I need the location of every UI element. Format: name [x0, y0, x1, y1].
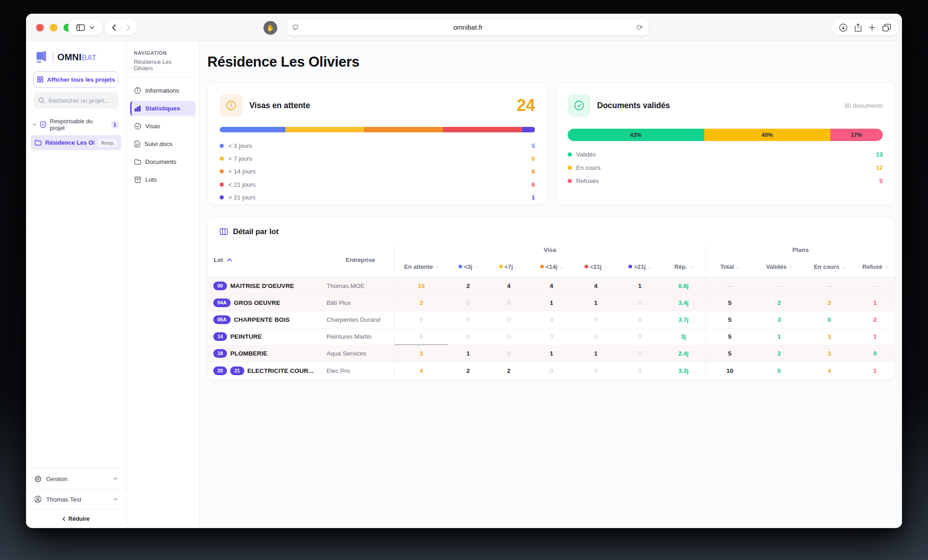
nav-item-label: Statistiques	[145, 105, 180, 112]
visa-7j-cell: 0	[488, 294, 529, 311]
plans-total-cell: 5	[705, 329, 754, 345]
plans-valides-cell: 1	[754, 329, 804, 345]
column-header-valides[interactable]: Validés↑↓	[754, 256, 804, 277]
tab-overview-icon[interactable]	[882, 24, 891, 31]
legend-dot	[585, 265, 588, 268]
project-group-header[interactable]: Responsable du projet 1	[26, 116, 126, 135]
legend-item: En cours12	[568, 161, 883, 174]
legend-label: > 21 jours	[228, 194, 256, 201]
sort-icon: ↑↓	[736, 264, 739, 269]
nav-item-documents[interactable]: Documents	[130, 154, 195, 169]
visa-14j-cell: 1	[529, 294, 574, 311]
sort-icon: ↑↓	[603, 264, 607, 269]
collapse-sidebar-button[interactable]: Réduire	[26, 509, 126, 528]
legend-value: 13	[876, 151, 883, 158]
history-nav-group	[105, 19, 137, 36]
legend-item: < 14 jours6	[220, 165, 535, 178]
browser-window: ✋ omnibat.fr ⟳	[26, 14, 902, 528]
browser-toolbar: ✋ omnibat.fr ⟳	[26, 14, 902, 41]
table-row[interactable]: 05ACHARPENTE BOIS Charpentes Durand 0 0 …	[208, 311, 895, 328]
column-header-rep[interactable]: Rép.↑↓	[662, 256, 705, 277]
visas-legend: < 3 jours5 < 7 jours6 < 14 jours6 < 21 j…	[220, 139, 535, 204]
plans-valides-cell: 3	[754, 311, 804, 328]
plans-en-cours-cell: 3	[804, 329, 854, 345]
plans-en-cours-cell: 0	[804, 311, 854, 328]
forward-button[interactable]	[126, 24, 131, 31]
project-search-input[interactable]: Rechercher un projet...	[33, 92, 119, 109]
back-button[interactable]	[112, 24, 116, 31]
clock-icon	[220, 94, 243, 117]
share-icon[interactable]	[854, 23, 862, 32]
legend-item: Refusés5	[568, 174, 883, 188]
column-header-14j[interactable]: <14j↑↓	[529, 256, 574, 277]
sidebar-item-user[interactable]: Thomas Test	[26, 489, 126, 509]
column-header-refuse[interactable]: Refusé↑↓	[854, 256, 895, 277]
column-header-3j[interactable]: <3j↑↓	[448, 256, 488, 277]
nav-item-informations[interactable]: Informations	[130, 83, 195, 98]
lot-name: CHARPENTE BOIS	[234, 316, 290, 323]
legend-label: < 7 jours	[228, 155, 252, 162]
legend-dot	[568, 152, 572, 157]
table-row[interactable]: 18PLOMBERIE Aqua Services 3 1 0 1 1 0 2.…	[208, 345, 895, 362]
docs-legend: Validés13 En cours12 Refusés5	[568, 148, 883, 188]
entreprise-cell: Peintures Martin	[327, 329, 394, 345]
entreprise-cell: Elec Pro	[327, 362, 394, 379]
table-row[interactable]: 2021ELECTRICITE COUR... Elec Pro 4 2 2 0…	[208, 362, 895, 379]
nav-item-label: Lots	[145, 176, 157, 183]
table-row[interactable]: 04AGROS OEUVRE Bâti Plus 2 0 0 1 1 0 3.4…	[208, 294, 895, 311]
new-tab-icon[interactable]	[869, 24, 875, 31]
en-attente-cell: 2	[394, 294, 448, 311]
docs-progress-bar: 43%40%17%	[568, 129, 883, 141]
visa-3j-cell: 0	[448, 311, 488, 328]
downloads-icon[interactable]	[839, 23, 848, 32]
sidebar-item-project-residence[interactable]: Résidence Les Oli... Resp.	[31, 135, 121, 150]
close-window-button[interactable]	[36, 24, 44, 31]
navigation-panel: NAVIGATION Résidence Les Oliviers Inform…	[126, 41, 200, 528]
sidebar-toggle-group	[68, 19, 103, 36]
privacy-badge-icon[interactable]: ✋	[264, 21, 277, 35]
documents-card: Documents validés 30 documents 43%40%17%…	[555, 83, 896, 205]
legend-item: Validés13	[568, 148, 883, 161]
address-bar[interactable]: omnibat.fr ⟳	[287, 19, 649, 36]
lot-name: GROS OEUVRE	[234, 299, 280, 306]
table-row[interactable]: 00MAITRISE D'OEUVRE Thomas.MOE 15 2 4 4 …	[208, 277, 895, 294]
visa-7j-cell: 4	[488, 277, 529, 294]
legend-value: 6	[532, 168, 535, 175]
legend-dot	[459, 265, 462, 268]
documents-count: 30 documents	[844, 102, 883, 109]
minimize-window-button[interactable]	[50, 24, 58, 31]
nav-item-suivi-docs[interactable]: Suivi docs	[130, 136, 195, 152]
show-all-projects-button[interactable]: Afficher tous les projets	[33, 71, 119, 88]
lot-badge: 20	[213, 366, 227, 375]
reader-view-icon[interactable]	[293, 25, 300, 31]
legend-value: 1	[532, 194, 535, 201]
visa-21j-cell: 1	[574, 294, 618, 311]
column-header-lot[interactable]: Lot	[208, 243, 327, 277]
legend-dot	[220, 157, 224, 161]
bar-segment	[364, 127, 443, 132]
column-header-en-cours[interactable]: En cours↑↓	[804, 256, 854, 277]
chevron-down-icon[interactable]	[90, 26, 95, 29]
url-text[interactable]: omnibat.fr	[300, 24, 637, 31]
nav-item-statistiques[interactable]: Statistiques	[130, 101, 195, 116]
visas-card-title: Visas en attente	[249, 101, 310, 110]
column-header-en-attente[interactable]: En attente↑↓	[394, 256, 448, 277]
column-header-21j[interactable]: <21j↑↓	[574, 256, 618, 277]
visa-21j-plus-cell: 0	[618, 345, 662, 362]
bar-segment	[443, 127, 522, 132]
column-header-entreprise[interactable]: Entreprise	[327, 243, 394, 277]
column-header-21j-plus[interactable]: >21j↑↓	[618, 256, 662, 277]
legend-dot	[220, 169, 224, 173]
table-row[interactable]: 14PEINTURE Peintures Martin 0 0 0 0 0 0 …	[208, 328, 895, 345]
refresh-icon[interactable]: ⟳	[637, 23, 643, 32]
nav-item-lots[interactable]: Lots	[130, 172, 195, 187]
entreprise-cell: Thomas.MOE	[327, 277, 394, 294]
plans-refuse-cell: 1	[854, 329, 895, 345]
sidebar-item-gestion[interactable]: Gestion	[26, 468, 126, 489]
column-header-7j[interactable]: <7j↑↓	[488, 256, 529, 277]
en-attente-cell: 15	[394, 277, 448, 294]
browser-sidebar-icon[interactable]	[76, 24, 85, 31]
nav-item-visas[interactable]: Visas	[130, 119, 195, 134]
column-header-total[interactable]: Total↑↓	[705, 256, 754, 277]
lot-badge: 21	[230, 366, 244, 375]
